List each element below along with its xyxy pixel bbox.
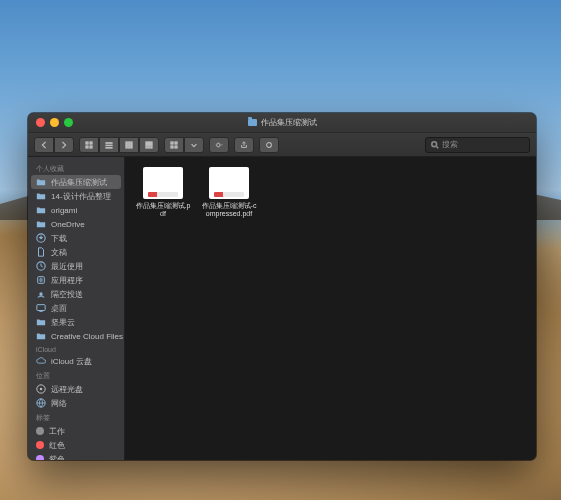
- file-label: 作品集压缩测试-compressed.pdf: [201, 202, 257, 219]
- svg-point-20: [432, 141, 437, 146]
- clock-icon: [36, 261, 46, 271]
- section-locations: 位置: [28, 368, 124, 382]
- content-area[interactable]: 作品集压缩测试.pdf作品集压缩测试-compressed.pdf: [125, 157, 536, 460]
- zoom-button[interactable]: [64, 118, 73, 127]
- sidebar-item-label: 最近使用: [51, 261, 83, 272]
- sidebar-item[interactable]: 隔空投送: [28, 287, 124, 301]
- sidebar-tag[interactable]: 工作: [28, 424, 124, 438]
- sidebar-tag[interactable]: 紫色: [28, 452, 124, 460]
- download-icon: [36, 233, 46, 243]
- svg-rect-8: [128, 141, 130, 147]
- window-title-text: 作品集压缩测试: [261, 117, 317, 128]
- disc-icon: [36, 384, 46, 394]
- svg-rect-5: [106, 145, 112, 146]
- sidebar-item[interactable]: 坚果云: [28, 315, 124, 329]
- tag-dot-icon: [36, 427, 44, 435]
- sidebar-item-label: 桌面: [51, 303, 67, 314]
- sidebar-item-label: 工作: [49, 426, 65, 437]
- doc-icon: [36, 247, 46, 257]
- svg-rect-15: [175, 141, 177, 143]
- file-item[interactable]: 作品集压缩测试-compressed.pdf: [201, 167, 257, 219]
- folder-icon: [36, 317, 46, 327]
- gallery-view-button[interactable]: [139, 137, 159, 153]
- svg-rect-10: [146, 141, 152, 145]
- svg-rect-2: [86, 145, 88, 147]
- svg-point-27: [40, 388, 43, 391]
- section-favorites: 个人收藏: [28, 161, 124, 175]
- tags-button[interactable]: [259, 137, 279, 153]
- svg-rect-9: [131, 141, 133, 147]
- folder-icon: [36, 191, 46, 201]
- column-view-button[interactable]: [119, 137, 139, 153]
- sidebar-item-label: 隔空投送: [51, 289, 83, 300]
- svg-rect-7: [126, 141, 128, 147]
- sidebar-item-label: iCloud 云盘: [51, 356, 92, 367]
- search-field[interactable]: 搜索: [425, 137, 530, 153]
- section-tags: 标签: [28, 410, 124, 424]
- list-view-button[interactable]: [99, 137, 119, 153]
- tag-dot-icon: [36, 441, 44, 449]
- sidebar-item[interactable]: origami: [28, 203, 124, 217]
- sidebar-item-label: origami: [51, 206, 77, 215]
- sidebar-item[interactable]: iCloud 云盘: [28, 354, 124, 368]
- sidebar-item[interactable]: 最近使用: [28, 259, 124, 273]
- back-button[interactable]: [34, 137, 54, 153]
- folder-icon: [36, 331, 46, 341]
- sidebar-item[interactable]: 网络: [28, 396, 124, 410]
- minimize-button[interactable]: [50, 118, 59, 127]
- airdrop-icon: [36, 289, 46, 299]
- sidebar-item[interactable]: 14-设计作品整理: [28, 189, 124, 203]
- file-label: 作品集压缩测试.pdf: [135, 202, 191, 219]
- nav-buttons: [34, 137, 74, 153]
- app-icon: [36, 275, 46, 285]
- arrange-group: [164, 137, 204, 153]
- svg-rect-4: [106, 142, 112, 143]
- sidebar-item-label: 14-设计作品整理: [51, 191, 111, 202]
- search-icon: [431, 141, 439, 149]
- sidebar-item[interactable]: 桌面: [28, 301, 124, 315]
- folder-icon: [36, 205, 46, 215]
- svg-rect-11: [146, 146, 148, 148]
- sidebar-item[interactable]: 下载: [28, 231, 124, 245]
- svg-rect-14: [171, 141, 173, 143]
- action-button[interactable]: [209, 137, 229, 153]
- sidebar-item[interactable]: 文稿: [28, 245, 124, 259]
- sidebar-item[interactable]: OneDrive: [28, 217, 124, 231]
- file-item[interactable]: 作品集压缩测试.pdf: [135, 167, 191, 219]
- svg-rect-1: [90, 141, 92, 143]
- sidebar-item[interactable]: 作品集压缩测试: [31, 175, 121, 189]
- arrange-menu[interactable]: [184, 137, 204, 153]
- view-buttons: [79, 137, 159, 153]
- sidebar-item[interactable]: 应用程序: [28, 273, 124, 287]
- search-placeholder: 搜索: [442, 139, 458, 150]
- traffic-lights: [28, 118, 73, 127]
- pdf-icon: [209, 167, 249, 199]
- sidebar-item-label: 文稿: [51, 247, 67, 258]
- sidebar-item-label: 远程光盘: [51, 384, 83, 395]
- titlebar: 作品集压缩测试: [28, 113, 536, 133]
- arrange-button[interactable]: [164, 137, 184, 153]
- svg-rect-25: [37, 305, 45, 311]
- icon-view-button[interactable]: [79, 137, 99, 153]
- toolbar: 搜索: [28, 133, 536, 157]
- svg-point-19: [267, 142, 272, 147]
- forward-button[interactable]: [54, 137, 74, 153]
- close-button[interactable]: [36, 118, 45, 127]
- section-icloud: iCloud: [28, 343, 124, 354]
- svg-point-18: [217, 143, 220, 146]
- sidebar-item-label: 应用程序: [51, 275, 83, 286]
- svg-rect-3: [90, 145, 92, 147]
- svg-rect-0: [86, 141, 88, 143]
- sidebar-item[interactable]: 远程光盘: [28, 382, 124, 396]
- sidebar-item[interactable]: Creative Cloud Files: [28, 329, 124, 343]
- share-button[interactable]: [234, 137, 254, 153]
- sidebar-item-label: 作品集压缩测试: [51, 177, 107, 188]
- folder-icon: [248, 119, 257, 126]
- folder-icon: [36, 219, 46, 229]
- window-title: 作品集压缩测试: [28, 117, 536, 128]
- desktop-icon: [36, 303, 46, 313]
- sidebar-item-label: 下载: [51, 233, 67, 244]
- svg-rect-6: [106, 147, 112, 148]
- sidebar-tag[interactable]: 红色: [28, 438, 124, 452]
- folder-icon: [36, 177, 46, 187]
